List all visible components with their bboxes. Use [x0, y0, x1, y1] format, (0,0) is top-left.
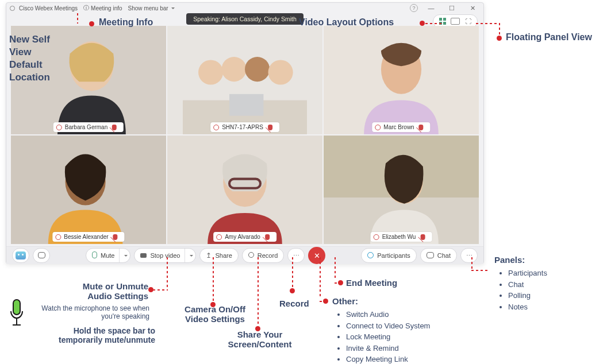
show-menu-bar[interactable]: Show menu bar — [128, 5, 175, 11]
video-tile[interactable]: Amy Alvarado — [167, 135, 322, 244]
nameplate: Bessie Alexander — [52, 232, 124, 242]
stop-video-button[interactable]: Stop video — [134, 248, 196, 263]
annotation-line — [499, 23, 500, 37]
people-icon — [367, 252, 374, 260]
maximize-button[interactable]: ☐ — [444, 3, 459, 13]
annotation-line — [153, 289, 168, 291]
annotation-dot — [290, 288, 295, 293]
annotation-line — [77, 13, 78, 24]
app-title: Cisco Webex Meetings — [10, 5, 78, 11]
chat-button[interactable]: Chat — [420, 248, 457, 263]
muted-icon — [265, 234, 270, 240]
annotation-other-list: Switch Audio Connect to Video System Loc… — [336, 309, 430, 364]
svg-point-4 — [198, 60, 223, 84]
video-tile[interactable]: Marc Brown — [324, 26, 479, 134]
webex-window: Cisco Webex Meetings ⓘ Meeting info Show… — [6, 2, 484, 264]
svg-point-5 — [222, 57, 247, 82]
video-caret[interactable] — [185, 249, 193, 262]
share-icon — [206, 251, 212, 260]
annotation-dot — [89, 21, 94, 26]
annotation-line — [292, 257, 293, 288]
bot-icon — [16, 251, 26, 260]
mic-icon — [92, 251, 97, 260]
record-icon — [248, 252, 254, 259]
muted-icon — [268, 125, 272, 130]
end-meeting-button[interactable]: ✕ — [308, 247, 325, 264]
annotation-line — [320, 301, 326, 302]
annotation-share: Share Your Screen/Content — [224, 330, 295, 349]
annotation-line — [425, 23, 443, 24]
video-grid: Barbara German SHN7-17-APRS Marc Brown B… — [6, 25, 483, 246]
titlebar: Cisco Webex Meetings ⓘ Meeting info Show… — [6, 3, 483, 13]
annotation-line — [335, 257, 336, 280]
video-tile[interactable]: Elizabeth Wu — [324, 135, 479, 244]
minimize-button[interactable]: — — [424, 3, 439, 13]
annotation-panels-heading: Panels: — [494, 255, 525, 265]
more-options-button[interactable] — [287, 248, 305, 263]
muted-icon — [420, 234, 425, 240]
layout-grid-icon[interactable] — [438, 17, 447, 26]
annotation-meeting-info: Meeting Info — [99, 17, 153, 28]
nameplate: Elizabeth Wu — [371, 232, 432, 242]
svg-rect-19 — [13, 300, 20, 315]
annotation-line — [471, 270, 489, 271]
annotation-mute-sub1: Watch the microphone to see when you're … — [40, 304, 149, 320]
meeting-info-menu[interactable]: ⓘ Meeting info — [83, 4, 122, 12]
annotation-panels-list: Participants Chat Polling Notes — [498, 268, 547, 312]
big-mic-icon — [8, 299, 25, 332]
svg-rect-8 — [229, 94, 263, 116]
video-tile[interactable]: Bessie Alexander — [11, 135, 166, 244]
captions-button[interactable] — [33, 248, 50, 263]
mute-caret[interactable] — [119, 249, 128, 262]
annotation-other-heading: Other: — [332, 296, 358, 306]
annotation-record: Record — [279, 299, 309, 308]
record-button[interactable]: Record — [242, 248, 284, 263]
annotation-mute: Mute or Unmute Audio Settings — [62, 281, 148, 301]
annotation-line — [335, 282, 341, 284]
svg-point-6 — [245, 57, 270, 82]
annotation-dot — [497, 36, 502, 41]
speaking-banner: Speaking: Alison Cassidy, Cindy Smith — [186, 13, 304, 25]
video-tile[interactable]: SHN7-17-APRS — [167, 26, 322, 134]
panels-more-button[interactable] — [460, 248, 478, 263]
annotation-line — [258, 257, 259, 326]
annotation-mute-sub2: Hold the space bar to temporarily mute/u… — [29, 326, 155, 344]
camera-icon — [140, 252, 147, 259]
annotation-video-layout: Video Layout Options — [299, 17, 394, 28]
selfview-annotation: New Self View Default Location — [9, 33, 50, 84]
muted-icon — [113, 234, 118, 240]
dots-icon — [293, 252, 299, 260]
bottom-bar: Mute Stop video Share Record ✕ Participa… — [6, 246, 483, 264]
annotation-line — [320, 257, 321, 299]
share-button[interactable]: Share — [199, 248, 238, 263]
annotation-line — [167, 257, 168, 288]
annotation-dot — [420, 21, 425, 26]
annotation-line — [213, 257, 214, 302]
participants-button[interactable]: Participants — [361, 248, 416, 263]
muted-icon — [112, 125, 117, 130]
chat-icon — [427, 252, 434, 260]
muted-icon — [419, 125, 424, 130]
annotation-end: End Meeting — [346, 278, 397, 288]
assistant-button[interactable] — [12, 248, 29, 263]
nameplate: Amy Alvarado — [213, 232, 276, 242]
layout-fullscreen-icon[interactable] — [463, 17, 472, 26]
annotation-line — [471, 257, 472, 270]
svg-point-7 — [268, 60, 293, 84]
annotation-line — [476, 23, 499, 24]
layout-pip-icon[interactable] — [451, 17, 460, 26]
close-button[interactable]: ✕ — [465, 3, 480, 13]
nameplate: Marc Brown — [372, 122, 430, 132]
annotation-camera: Camera On/Off Video Settings — [182, 304, 248, 324]
mute-button[interactable]: Mute — [86, 248, 130, 263]
help-icon[interactable]: ? — [410, 4, 418, 12]
caption-icon — [38, 252, 45, 260]
nameplate: Barbara German — [53, 122, 124, 132]
annotation-floating-panel: Floating Panel View — [506, 32, 592, 42]
nameplate: SHN7-17-APRS — [210, 122, 279, 132]
